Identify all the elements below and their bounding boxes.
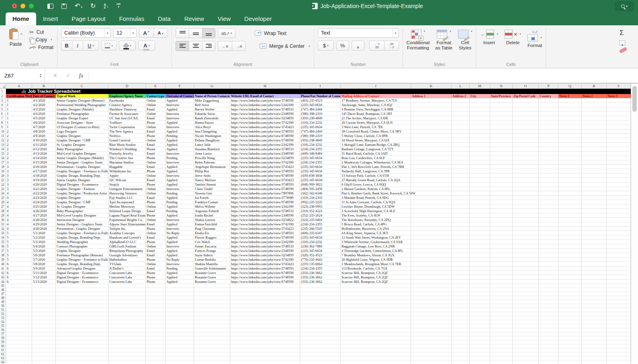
column-header-O[interactable]: O: [513, 84, 539, 89]
cell[interactable]: Beff Jezos: [194, 103, 230, 107]
header-cell[interactable]: Phone/Fax Number of Contact: [300, 94, 341, 98]
cell[interactable]: [452, 129, 470, 134]
cell[interactable]: [108, 300, 146, 304]
cell[interactable]: [582, 209, 607, 213]
cell[interactable]: https://www.linkedin.com/jobs/view/78978…: [230, 191, 300, 196]
cell[interactable]: 4/29/2020: [32, 222, 56, 227]
cell[interactable]: Senior Graphic Designer (Remote): [56, 98, 108, 103]
cell[interactable]: 5: [6, 253, 32, 258]
column-header-H[interactable]: H: [230, 84, 300, 89]
cell[interactable]: [411, 356, 452, 360]
cell[interactable]: Briar Lea, Cardewlees, CA 6LF: [341, 156, 411, 160]
cell[interactable]: Applied: [166, 182, 194, 187]
cell[interactable]: (992) 235-3235: [300, 200, 341, 204]
row-header[interactable]: 29: [0, 213, 6, 218]
cell[interactable]: [490, 288, 513, 292]
cell[interactable]: Email: [146, 235, 166, 240]
cell[interactable]: [582, 227, 607, 231]
header-cell[interactable]: Certification Week: [6, 94, 32, 98]
cell[interactable]: [108, 316, 146, 320]
cell[interactable]: [513, 244, 539, 249]
cell[interactable]: [411, 182, 452, 187]
cell[interactable]: (009) 235-6347: [300, 231, 341, 235]
cell[interactable]: [56, 328, 108, 332]
increase-decimal-button[interactable]: ←.0.00: [369, 41, 384, 51]
cell[interactable]: [513, 204, 539, 209]
cell[interactable]: Graphic Designer / Production Artist: [56, 191, 108, 196]
cell[interactable]: (323) 238-9993: [300, 204, 341, 209]
cell[interactable]: [411, 340, 452, 344]
cell[interactable]: 4/19/2020: [32, 178, 56, 182]
cell[interactable]: [513, 240, 539, 244]
cell[interactable]: [32, 340, 56, 344]
row-header[interactable]: 14: [0, 147, 6, 151]
select-all-corner[interactable]: [0, 84, 6, 89]
cell[interactable]: Graphic Design Expert: [56, 116, 108, 121]
cell[interactable]: [513, 352, 539, 356]
row-header[interactable]: 1: [0, 89, 6, 94]
cell[interactable]: [582, 213, 607, 218]
tab-insert[interactable]: Insert: [36, 12, 65, 25]
cell[interactable]: (770) 235-4643: [300, 258, 341, 262]
cell[interactable]: [452, 147, 470, 151]
cell[interactable]: [490, 103, 513, 107]
cell[interactable]: Applied: [166, 196, 194, 200]
cell[interactable]: [582, 125, 607, 129]
cell[interactable]: (234) 234-2355: [300, 160, 341, 165]
cell[interactable]: [582, 304, 607, 308]
cell[interactable]: [582, 336, 607, 340]
cell[interactable]: [56, 316, 108, 320]
cell[interactable]: [300, 300, 341, 304]
cell[interactable]: [452, 266, 470, 271]
row-header[interactable]: 55: [0, 324, 6, 328]
cell[interactable]: Scarrow Hill, Brampton, CA 2QZ: [341, 280, 411, 284]
align-top-button[interactable]: [176, 28, 189, 38]
cell[interactable]: 1: [6, 125, 32, 129]
row-header[interactable]: 19: [0, 169, 6, 174]
column-header-J[interactable]: J: [341, 84, 411, 89]
cell[interactable]: Yesenia Gisi: [194, 191, 230, 196]
row-header[interactable]: 7: [0, 116, 6, 121]
cell[interactable]: [490, 196, 513, 200]
cell[interactable]: [452, 227, 470, 231]
cell[interactable]: [411, 324, 452, 328]
cell[interactable]: [470, 169, 490, 174]
cell[interactable]: [6, 292, 32, 296]
cell[interactable]: [166, 352, 194, 356]
cell[interactable]: [558, 360, 582, 364]
cell[interactable]: [32, 352, 56, 356]
cell[interactable]: 4/12/2020: [32, 147, 56, 151]
cell[interactable]: 145 Dacre Road, Brampton, CA 1BT: [341, 112, 411, 116]
zoom-button[interactable]: [29, 4, 34, 8]
cell[interactable]: Wedding Photographer: [56, 240, 108, 244]
row-header[interactable]: 12: [0, 138, 6, 143]
cell[interactable]: Graphic Designer: [56, 134, 108, 138]
cell[interactable]: Pending: [166, 156, 194, 160]
cell[interactable]: Interview: [166, 112, 194, 116]
column-header-Q[interactable]: Q: [558, 84, 582, 89]
cell[interactable]: Metline Metroway: [108, 204, 146, 209]
cell[interactable]: [452, 352, 470, 356]
cell[interactable]: [539, 116, 558, 121]
cell[interactable]: [166, 292, 194, 296]
cell[interactable]: The New Agency: [108, 129, 146, 134]
cell[interactable]: Phone: [146, 271, 166, 275]
cell[interactable]: [6, 348, 32, 352]
cell[interactable]: [470, 160, 490, 165]
cell[interactable]: Applied: [166, 222, 194, 227]
row-header[interactable]: 20: [0, 174, 6, 178]
tab-review[interactable]: Review: [178, 12, 211, 25]
row-header[interactable]: 3: [0, 98, 6, 103]
cell[interactable]: 11 St Anns Crescent, Carlisle, CA 9QA: [341, 200, 411, 204]
cell[interactable]: [300, 312, 341, 316]
cell[interactable]: [513, 253, 539, 258]
cell[interactable]: [56, 308, 108, 312]
cell[interactable]: [470, 240, 490, 244]
cell[interactable]: [539, 200, 558, 204]
cell[interactable]: [513, 218, 539, 222]
cell[interactable]: [513, 103, 539, 107]
cell[interactable]: https://www.linkedin.com/jobs/view/23423…: [230, 204, 300, 209]
cell[interactable]: 34 Wood Street, Maryport, CA 6JZ: [341, 138, 411, 143]
cell[interactable]: [411, 116, 452, 121]
cell[interactable]: [582, 324, 607, 328]
